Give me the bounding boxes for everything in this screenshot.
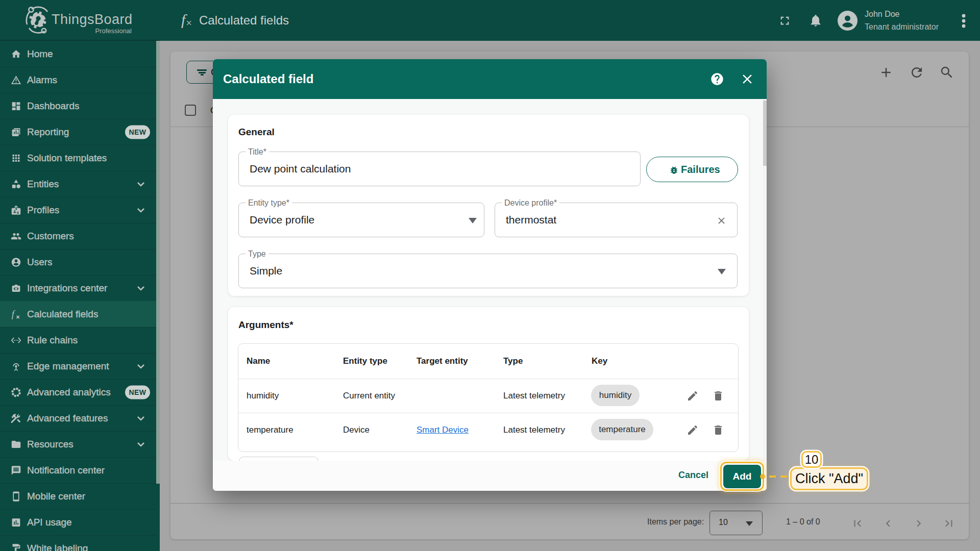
- svg-text:f: f: [12, 309, 16, 319]
